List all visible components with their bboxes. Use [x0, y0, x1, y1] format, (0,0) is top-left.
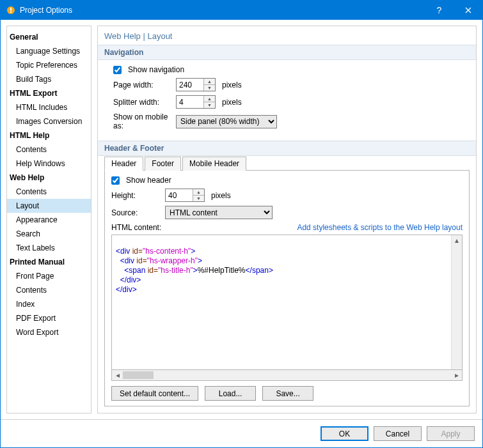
dialog-footer: OK Cancel Apply	[1, 419, 482, 447]
height-input[interactable]	[166, 189, 193, 201]
show-mobile-label: Show on mobile as:	[113, 112, 172, 130]
splitter-width-input[interactable]	[177, 96, 203, 108]
apply-button[interactable]: Apply	[427, 426, 475, 441]
sidebar-item-topic-preferences[interactable]: Topic Preferences	[7, 58, 91, 72]
sidebar-head-web-help: Web Help	[7, 171, 91, 185]
sidebar: General Language Settings Topic Preferen…	[6, 26, 91, 413]
sidebar-item-pdf-export[interactable]: PDF Export	[7, 311, 91, 325]
sidebar-item-search[interactable]: Search	[7, 227, 91, 241]
sidebar-head-html-export: HTML Export	[7, 86, 91, 100]
show-mobile-select[interactable]: Side panel (80% width)	[176, 115, 277, 128]
section-header-footer-head: Header & Footer	[98, 141, 476, 156]
splitter-width-label: Splitter width:	[113, 98, 172, 107]
show-navigation-label: Show navigation	[128, 65, 184, 74]
horizontal-scrollbar[interactable]: ◂ ▸	[111, 370, 463, 381]
sidebar-item-hh-contents[interactable]: Contents	[7, 143, 91, 157]
sidebar-item-front-page[interactable]: Front Page	[7, 269, 91, 283]
tab-footer[interactable]: Footer	[145, 157, 181, 171]
tabstrip: Header Footer Mobile Header	[104, 157, 470, 171]
app-icon	[6, 5, 16, 15]
sidebar-item-language-settings[interactable]: Language Settings	[7, 44, 91, 58]
spin-down-icon[interactable]: ▼	[204, 85, 215, 91]
show-header-checkbox[interactable]	[111, 176, 120, 185]
page-width-label: Page width:	[113, 81, 172, 89]
sidebar-item-wh-contents[interactable]: Contents	[7, 185, 91, 199]
set-default-content-button[interactable]: Set default content...	[111, 386, 198, 401]
breadcrumb: Web Help | Layout	[98, 26, 476, 45]
window-title: Project Options	[20, 6, 425, 15]
section-navigation: Show navigation Page width: ▲▼ pixels Sp…	[98, 60, 476, 141]
sidebar-item-pm-contents[interactable]: Contents	[7, 283, 91, 297]
height-unit: pixels	[211, 191, 231, 200]
help-button[interactable]: ?	[425, 1, 454, 20]
add-stylesheets-link[interactable]: Add stylesheets & scripts to the Web Hel…	[297, 223, 463, 232]
spin-down-icon[interactable]: ▼	[204, 102, 215, 108]
splitter-width-unit: pixels	[222, 98, 242, 107]
sidebar-item-layout[interactable]: Layout	[7, 199, 91, 213]
sidebar-item-help-windows[interactable]: Help Windows	[7, 157, 91, 171]
load-button[interactable]: Load...	[205, 386, 256, 401]
titlebar: Project Options ?	[1, 1, 482, 20]
sidebar-item-html-includes[interactable]: HTML Includes	[7, 100, 91, 114]
spin-up-icon[interactable]: ▲	[204, 96, 215, 102]
sidebar-item-build-tags[interactable]: Build Tags	[7, 72, 91, 86]
show-header-label: Show header	[126, 176, 171, 185]
ok-button[interactable]: OK	[321, 426, 368, 441]
sidebar-item-text-labels[interactable]: Text Labels	[7, 241, 91, 255]
sidebar-item-appearance[interactable]: Appearance	[7, 213, 91, 227]
page-width-spinner[interactable]: ▲▼	[176, 78, 216, 91]
scroll-right-icon[interactable]: ▸	[451, 371, 462, 380]
sidebar-head-printed-manual: Printed Manual	[7, 255, 91, 269]
source-label: Source:	[111, 208, 161, 217]
scroll-thumb[interactable]	[123, 371, 154, 379]
spin-down-icon[interactable]: ▼	[193, 196, 204, 201]
svg-rect-1	[10, 8, 12, 11]
spin-up-icon[interactable]: ▲	[193, 189, 204, 196]
scroll-left-icon[interactable]: ◂	[112, 371, 123, 380]
svg-rect-2	[10, 12, 12, 13]
page-width-input[interactable]	[177, 79, 203, 91]
sidebar-item-word-export[interactable]: Word Export	[7, 325, 91, 339]
source-select[interactable]: HTML content	[165, 206, 273, 219]
tab-mobile-header[interactable]: Mobile Header	[182, 157, 246, 171]
sidebar-head-html-help: HTML Help	[7, 128, 91, 143]
tab-header[interactable]: Header	[104, 157, 143, 171]
content-panel: Web Help | Layout Navigation Show naviga…	[97, 26, 477, 413]
splitter-width-spinner[interactable]: ▲▼	[176, 95, 216, 109]
spin-up-icon[interactable]: ▲	[204, 79, 215, 85]
tabpanel-header: Show header Height: ▲▼ pixels Source:	[104, 170, 470, 406]
sidebar-item-images-conversion[interactable]: Images Conversion	[7, 114, 91, 128]
html-content-editor[interactable]: <div id="hs-content-h"> <div id="hs-wrap…	[111, 235, 463, 370]
sidebar-head-general: General	[7, 30, 91, 44]
close-button[interactable]	[454, 1, 482, 20]
html-content-label: HTML content:	[111, 223, 161, 232]
vertical-scrollbar[interactable]: ▴	[451, 235, 462, 369]
sidebar-item-index[interactable]: Index	[7, 297, 91, 311]
save-button[interactable]: Save...	[262, 386, 313, 401]
section-navigation-head: Navigation	[98, 45, 476, 60]
cancel-button[interactable]: Cancel	[374, 426, 422, 441]
show-navigation-checkbox[interactable]	[113, 66, 122, 74]
header-footer-section: Header Footer Mobile Header Show header …	[98, 156, 476, 413]
height-spinner[interactable]: ▲▼	[165, 189, 205, 202]
height-label: Height:	[111, 191, 161, 200]
page-width-unit: pixels	[222, 81, 242, 89]
